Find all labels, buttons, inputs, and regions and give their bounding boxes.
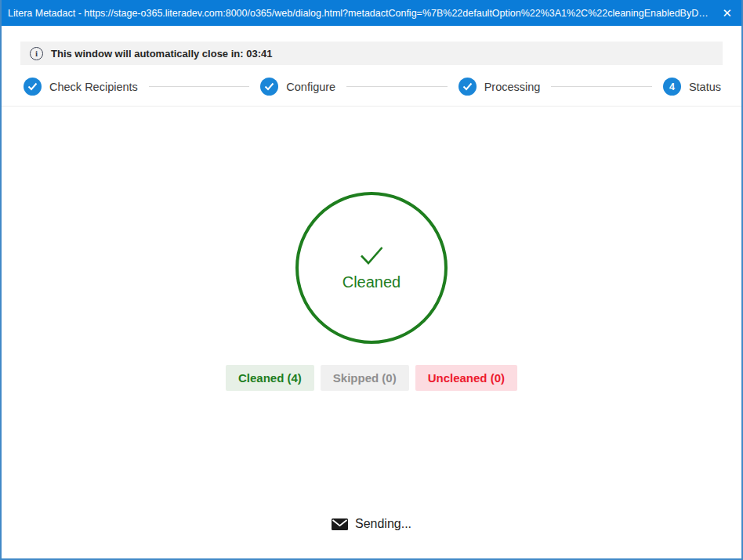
stepper-divider — [2, 106, 741, 107]
skipped-count-badge[interactable]: Skipped (0) — [321, 365, 409, 391]
close-icon[interactable]: ✕ — [722, 7, 732, 19]
autoclose-banner: i This window will automatically close i… — [20, 42, 723, 65]
step-connector — [346, 86, 447, 87]
result-label: Cleaned — [343, 273, 401, 291]
clean-result-circle: Cleaned — [295, 192, 448, 344]
step-complete-check-icon — [260, 78, 278, 96]
uncleaned-count-badge[interactable]: Uncleaned (0) — [415, 365, 517, 391]
step-label: Processing — [484, 81, 541, 93]
step-check-recipients[interactable]: Check Recipients — [24, 78, 138, 96]
metadact-dialog-window: Litera Metadact - https://stage-o365.lit… — [0, 0, 743, 560]
autoclose-message: This window will automatically close in:… — [51, 48, 272, 60]
titlebar: Litera Metadact - https://stage-o365.lit… — [0, 0, 743, 26]
status-badge-row: Cleaned (4) Skipped (0) Uncleaned (0) — [2, 365, 741, 391]
step-label: Check Recipients — [49, 81, 138, 93]
step-configure[interactable]: Configure — [260, 78, 335, 96]
step-connector — [551, 86, 651, 87]
check-icon — [357, 244, 386, 269]
wizard-stepper: Check Recipients Configure Processing 4 … — [24, 78, 721, 96]
step-complete-check-icon — [24, 78, 42, 96]
step-number-badge: 4 — [663, 78, 681, 96]
autoclose-countdown: 03:41 — [246, 48, 272, 60]
cleaned-count-badge[interactable]: Cleaned (4) — [226, 365, 314, 391]
sending-status: Sending... — [2, 517, 741, 531]
info-icon: i — [30, 47, 43, 60]
step-label: Status — [689, 81, 721, 93]
step-complete-check-icon — [458, 78, 477, 96]
step-connector — [149, 86, 249, 87]
sending-label: Sending... — [355, 517, 411, 531]
step-status[interactable]: 4 Status — [663, 78, 721, 96]
envelope-icon — [332, 518, 348, 530]
step-processing[interactable]: Processing — [458, 78, 541, 96]
window-title: Litera Metadact - https://stage-o365.lit… — [8, 8, 712, 19]
step-label: Configure — [286, 81, 335, 93]
